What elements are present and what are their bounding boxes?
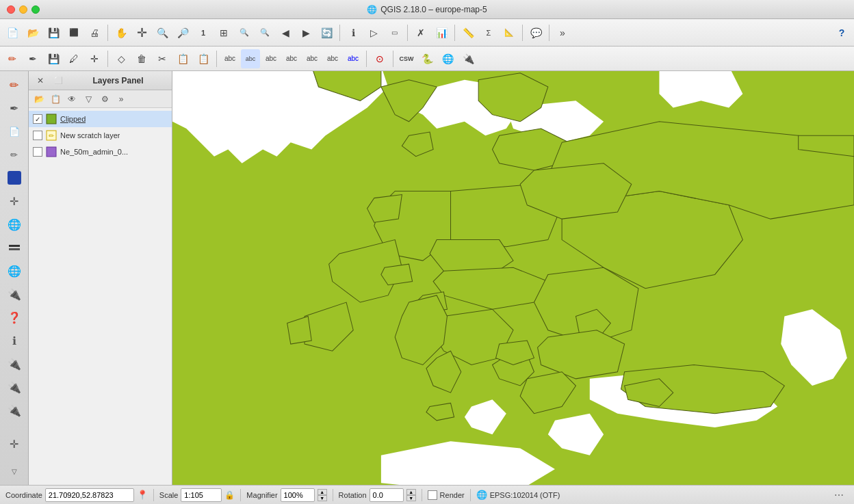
sidebar-qmark-icon[interactable]: ❓ bbox=[3, 306, 25, 328]
label-tool-5[interactable]: abc bbox=[302, 49, 322, 68]
print-button[interactable]: 🖨 bbox=[85, 23, 104, 42]
layers-panel-title: Layers Panel bbox=[68, 76, 168, 85]
map-canvas[interactable] bbox=[172, 71, 854, 485]
layer-options-button[interactable]: ⚙ bbox=[97, 92, 112, 107]
copy-features-button[interactable]: 📋 bbox=[173, 49, 192, 68]
layer-visibility-checkbox-scratch[interactable] bbox=[33, 131, 42, 140]
open-layer-button[interactable]: 📂 bbox=[31, 92, 47, 107]
epsg-field[interactable]: 🌐 EPSG:102014 (OTF) bbox=[476, 490, 560, 500]
save-layer-button[interactable]: 💾 bbox=[44, 49, 63, 68]
select-button[interactable]: ▷ bbox=[364, 23, 383, 42]
layer-item-clipped[interactable]: Clipped bbox=[29, 111, 172, 127]
zoom-full-button[interactable]: ⊞ bbox=[214, 23, 233, 42]
sidebar-plugin4-icon[interactable]: 🔌 bbox=[3, 399, 25, 421]
zoom-next-button[interactable]: ▶ bbox=[296, 23, 315, 42]
expand-all-button[interactable]: » bbox=[114, 92, 129, 107]
zoom-selection-button[interactable]: 🔍 bbox=[235, 23, 254, 42]
close-button[interactable] bbox=[7, 5, 15, 14]
rotation-input[interactable] bbox=[370, 488, 404, 502]
refresh-button[interactable]: 🔄 bbox=[317, 23, 336, 42]
add-feature-button[interactable]: 🖊 bbox=[64, 49, 83, 68]
move-feature-button[interactable]: ✛ bbox=[85, 49, 104, 68]
status-more-button[interactable]: ⋯ bbox=[829, 486, 849, 505]
separator bbox=[366, 51, 367, 67]
zoom-last-button[interactable]: ◀ bbox=[276, 23, 295, 42]
pan-tool-button[interactable]: ✋ bbox=[112, 23, 131, 42]
zoom-out-button[interactable]: 🔎 bbox=[173, 23, 192, 42]
sidebar-edit-icon[interactable]: ✏ bbox=[3, 74, 25, 96]
rotation-field: Rotation ▲ ▼ bbox=[339, 488, 416, 502]
deselect-button[interactable]: ✗ bbox=[411, 23, 430, 42]
label-tool-4[interactable]: abc bbox=[282, 49, 301, 68]
sidebar-color-icon[interactable] bbox=[3, 167, 25, 189]
web-button[interactable]: 🌐 bbox=[438, 49, 457, 68]
maximize-button[interactable] bbox=[31, 5, 40, 14]
save-project-button[interactable]: 💾 bbox=[44, 23, 63, 42]
coordinate-input[interactable] bbox=[45, 488, 134, 502]
measure-area-button[interactable]: Σ bbox=[479, 23, 498, 42]
visibility-button[interactable]: 👁 bbox=[64, 92, 79, 107]
select-rect-button[interactable]: ▭ bbox=[385, 23, 404, 42]
label-tool-2[interactable]: abc bbox=[241, 49, 260, 68]
filter-layer-button[interactable]: ▽ bbox=[81, 92, 96, 107]
duplicate-layer-button[interactable]: 📋 bbox=[48, 92, 63, 107]
sidebar-digitize-icon[interactable]: ✏ bbox=[3, 144, 25, 165]
minimize-button[interactable] bbox=[19, 5, 27, 14]
panel-close-button[interactable]: ✕ bbox=[33, 73, 48, 88]
text-annotation-button[interactable]: 💬 bbox=[526, 23, 545, 42]
sidebar-pencil-icon[interactable]: ✒ bbox=[3, 97, 25, 119]
help-button[interactable]: ? bbox=[832, 23, 851, 42]
sidebar-network-icon[interactable]: 🌐 bbox=[3, 260, 25, 282]
delete-selected-button[interactable]: 🗑 bbox=[132, 49, 151, 68]
identify-button[interactable]: ℹ bbox=[344, 23, 363, 42]
zoom-1-button[interactable]: 1 bbox=[194, 23, 213, 42]
toolbar-digitize: ✏ ✒ 💾 🖊 ✛ ◇ 🗑 ✂ 📋 📋 abc abc abc abc abc … bbox=[0, 47, 854, 71]
panel-float-button[interactable]: ⬜ bbox=[51, 73, 66, 88]
rotation-up-button[interactable]: ▲ bbox=[406, 489, 416, 495]
sidebar-plugin-icon[interactable]: 🔌 bbox=[3, 283, 25, 305]
pan-map-button[interactable]: ✛ bbox=[132, 23, 151, 42]
cut-features-button[interactable]: ✂ bbox=[153, 49, 172, 68]
open-table-button[interactable]: 📊 bbox=[432, 23, 451, 42]
sidebar-crosshair-icon[interactable]: ✛ bbox=[3, 433, 25, 455]
sidebar-collapse-icon[interactable]: ▽ bbox=[3, 460, 25, 482]
diagram-button[interactable]: ⊙ bbox=[370, 49, 389, 68]
layer-item-scratch[interactable]: ✏ New scratch layer bbox=[29, 127, 172, 144]
sidebar-globe-icon[interactable]: 🌐 bbox=[3, 213, 25, 235]
sidebar-move-icon[interactable]: ✛ bbox=[3, 190, 25, 212]
scale-input[interactable] bbox=[181, 488, 222, 502]
pencil-button[interactable]: ✒ bbox=[23, 49, 42, 68]
lock-icon[interactable]: 🔒 bbox=[224, 490, 235, 500]
sidebar-plugin2-icon[interactable]: 🔌 bbox=[3, 353, 25, 375]
label-tool-7[interactable]: abc bbox=[344, 49, 363, 68]
new-project-button[interactable]: 📄 bbox=[3, 23, 22, 42]
toggle-edit-button[interactable]: ✏ bbox=[3, 49, 22, 68]
csw-button[interactable]: CSW bbox=[397, 49, 416, 68]
sidebar-identify-icon[interactable]: ℹ bbox=[3, 330, 25, 352]
sidebar-layers-icon[interactable] bbox=[3, 237, 25, 258]
more-tools-button[interactable]: » bbox=[553, 23, 572, 42]
measure-button[interactable]: 📏 bbox=[458, 23, 478, 42]
zoom-in-button[interactable]: 🔍 bbox=[153, 23, 172, 42]
label-tool-3[interactable]: abc bbox=[261, 49, 281, 68]
render-checkbox[interactable] bbox=[428, 490, 437, 500]
sidebar-new-layer-icon[interactable]: 📄 bbox=[3, 120, 25, 142]
node-tool-button[interactable]: ◇ bbox=[112, 49, 131, 68]
layer-visibility-checkbox-ne50m[interactable] bbox=[33, 147, 42, 157]
plugin-button[interactable]: 🔌 bbox=[458, 49, 478, 68]
zoom-layer-button[interactable]: 🔍 bbox=[255, 23, 274, 42]
label-tool-6[interactable]: abc bbox=[323, 49, 342, 68]
label-tool-1[interactable]: abc bbox=[220, 49, 240, 68]
magnifier-up-button[interactable]: ▲ bbox=[318, 489, 327, 495]
measure-angle-button[interactable]: 📐 bbox=[500, 23, 519, 42]
python-button[interactable]: 🐍 bbox=[417, 49, 437, 68]
open-project-button[interactable]: 📂 bbox=[23, 23, 42, 42]
layer-item-ne50m[interactable]: Ne_50m_admin_0... bbox=[29, 144, 172, 160]
layer-visibility-checkbox-clipped[interactable] bbox=[33, 114, 42, 124]
magnifier-input[interactable] bbox=[281, 488, 315, 502]
paste-features-button[interactable]: 📋 bbox=[194, 49, 213, 68]
sidebar-plugin3-icon[interactable]: 🔌 bbox=[3, 376, 25, 398]
save-as-button[interactable]: ⬛ bbox=[64, 23, 83, 42]
magnifier-down-button[interactable]: ▼ bbox=[318, 495, 327, 501]
rotation-down-button[interactable]: ▼ bbox=[406, 495, 416, 501]
